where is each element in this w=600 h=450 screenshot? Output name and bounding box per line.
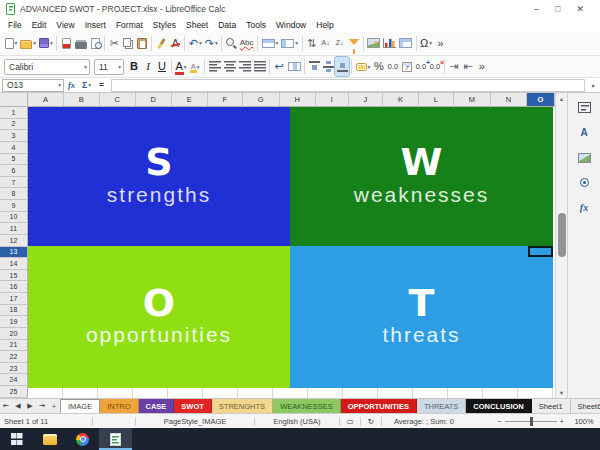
print-preview-button[interactable] <box>88 34 102 53</box>
increase-indent-button[interactable]: ⇥ <box>447 57 461 76</box>
sheet-tab-case[interactable]: CASE <box>139 399 175 413</box>
row-header-20[interactable]: 20 <box>0 328 28 340</box>
format-as-percent-button[interactable]: % <box>372 57 386 76</box>
merge-cells-button[interactable] <box>286 57 302 76</box>
zoom-out-button[interactable]: − <box>497 417 501 426</box>
row-header-5[interactable]: 5 <box>0 154 28 166</box>
column-header-b[interactable]: B <box>64 93 100 107</box>
new-document-button[interactable]: ▾ <box>3 34 19 53</box>
column-header-k[interactable]: K <box>383 93 419 107</box>
row-header-19[interactable]: 19 <box>0 316 28 328</box>
next-sheet-button[interactable]: ▶ <box>24 399 36 413</box>
expand-formula-bar-button[interactable]: ▾ <box>586 82 600 89</box>
selection-mode-icon[interactable]: ▭ <box>340 414 360 428</box>
undo-button[interactable]: ↶▾ <box>187 34 203 53</box>
insert-chart-button[interactable] <box>382 34 398 53</box>
cell-grid[interactable]: SstrengthsWweaknessesOopportunitiesTthre… <box>28 107 555 398</box>
sort-descending-button[interactable]: Z↓ <box>333 34 347 53</box>
navigator-button[interactable] <box>577 175 591 190</box>
clone-formatting-button[interactable] <box>154 34 168 53</box>
font-name-combo[interactable]: Calibri▾ <box>4 59 90 75</box>
chrome-taskbar-button[interactable] <box>66 428 99 450</box>
center-vertically-button[interactable] <box>321 57 335 76</box>
sidebar-settings-button[interactable] <box>576 100 592 115</box>
zoom-in-button[interactable]: + <box>560 417 564 426</box>
redo-button[interactable]: ↷▾ <box>203 34 219 53</box>
row-header-4[interactable]: 4 <box>0 142 28 154</box>
row-header-16[interactable]: 16 <box>0 281 28 293</box>
open-file-button[interactable]: ▾ <box>19 34 38 53</box>
column-header-a[interactable]: A <box>28 93 64 107</box>
italic-button[interactable]: I <box>141 57 155 76</box>
print-button[interactable] <box>73 34 88 53</box>
swot-quadrant-threats[interactable]: Tthreats <box>290 246 553 388</box>
sort-button[interactable]: ⇅ <box>305 34 319 53</box>
row-header-7[interactable]: 7 <box>0 177 28 189</box>
menu-sheet[interactable]: Sheet <box>181 20 213 30</box>
sheet-tab-image[interactable]: IMAGE <box>60 399 100 413</box>
last-sheet-button[interactable]: ⇥ <box>36 399 48 413</box>
zoom-level[interactable]: 100% <box>568 414 600 428</box>
align-right-button[interactable] <box>237 57 252 76</box>
paste-button[interactable] <box>135 34 149 53</box>
row-header-17[interactable]: 17 <box>0 293 28 305</box>
sheet-tab-strenghts[interactable]: STRENGHTS <box>212 399 273 413</box>
spelling-button[interactable]: Abc <box>238 34 255 53</box>
formula-button[interactable]: = <box>94 80 109 90</box>
row-header-22[interactable]: 22 <box>0 351 28 363</box>
menu-view[interactable]: View <box>51 20 79 30</box>
zoom-handle[interactable] <box>530 417 533 426</box>
row-header-25[interactable]: 25 <box>0 386 28 398</box>
function-wizard-button[interactable]: fx <box>64 80 79 90</box>
sheet-tab-opportunities[interactable]: OPPORTUNITIES <box>341 399 417 413</box>
first-sheet-button[interactable]: ⇤ <box>0 399 12 413</box>
justified-button[interactable] <box>252 57 267 76</box>
special-character-button[interactable]: Ω▾ <box>419 34 434 53</box>
column-header-n[interactable]: N <box>491 93 527 107</box>
zoom-track[interactable] <box>505 421 557 422</box>
sheet-tab-sheet1[interactable]: Sheet1 <box>532 399 571 413</box>
gallery-button[interactable] <box>576 150 592 165</box>
sheet-tab-conclusion[interactable]: CONCLUSION <box>466 399 531 413</box>
row-header-2[interactable]: 2 <box>0 119 28 131</box>
toolbar-overflow-button[interactable]: » <box>475 57 489 76</box>
wrap-text-button[interactable]: ↩ <box>272 57 286 76</box>
font-size-combo[interactable]: 11▾ <box>94 59 124 75</box>
autofilter-button[interactable] <box>347 34 361 53</box>
minimize-button[interactable]: – <box>534 4 539 14</box>
format-as-date-button[interactable] <box>400 57 414 76</box>
menu-help[interactable]: Help <box>311 20 338 30</box>
row-header-15[interactable]: 15 <box>0 270 28 282</box>
menu-styles[interactable]: Styles <box>148 20 181 30</box>
row-header-11[interactable]: 11 <box>0 223 28 235</box>
insert-row-button[interactable]: ▾ <box>260 34 280 53</box>
copy-button[interactable] <box>121 34 135 53</box>
cut-button[interactable]: ✂ <box>107 34 121 53</box>
decrease-indent-button[interactable]: ⇤ <box>461 57 475 76</box>
align-top-button[interactable] <box>307 57 321 76</box>
functions-button[interactable]: fx <box>577 200 591 215</box>
menu-edit[interactable]: Edit <box>27 20 52 30</box>
scrollbar-thumb[interactable] <box>558 213 566 257</box>
swot-image[interactable]: SstrengthsWweaknessesOopportunitiesTthre… <box>28 107 553 388</box>
close-button[interactable]: ✕ <box>576 4 584 14</box>
column-header-m[interactable]: M <box>454 93 491 107</box>
column-header-j[interactable]: J <box>349 93 384 107</box>
format-as-number-button[interactable]: 0.0 <box>386 57 400 76</box>
format-as-currency-button[interactable]: ▾ <box>354 57 372 76</box>
page-style[interactable]: PageStyle_IMAGE <box>136 414 254 428</box>
formula-input[interactable] <box>111 79 585 92</box>
align-center-button[interactable] <box>222 57 237 76</box>
maximize-button[interactable]: □ <box>555 4 560 14</box>
save-button[interactable]: ▾ <box>38 34 55 53</box>
file-explorer-taskbar-button[interactable] <box>33 428 66 450</box>
column-header-g[interactable]: G <box>243 93 280 107</box>
styles-button[interactable]: A <box>577 125 591 140</box>
swot-quadrant-opportunities[interactable]: Oopportunities <box>28 246 290 388</box>
delete-decimal-place-button[interactable]: 0.0 <box>428 57 442 76</box>
sheet-tab-swot[interactable]: SWOT <box>174 399 212 413</box>
menu-tools[interactable]: Tools <box>241 20 271 30</box>
row-header-13[interactable]: 13 <box>0 247 28 259</box>
language[interactable]: English (USA) <box>255 414 339 428</box>
find-and-replace-button[interactable] <box>224 34 238 53</box>
